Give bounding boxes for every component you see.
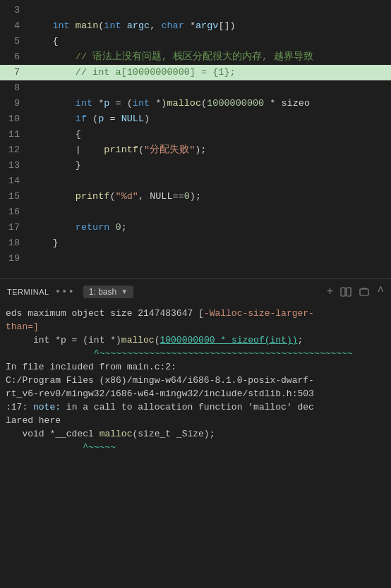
table-row: 4 int main(int argc, char *argv[]) <box>0 18 391 34</box>
terminal-tab-label: 1: bash <box>89 287 116 297</box>
terminal-actions: + ^ <box>327 286 384 298</box>
svg-rect-1 <box>347 288 351 296</box>
svg-rect-2 <box>360 289 368 295</box>
table-row: 19 <box>0 251 391 267</box>
table-row: 13 } <box>0 158 391 173</box>
terminal-dropdown[interactable]: 1: bash ▼ <box>83 286 133 298</box>
terminal-label: TERMINAL <box>7 288 49 296</box>
code-editor: 3 4 int main(int argc, char *argv[]) 5 {… <box>0 0 391 278</box>
table-row: 17 return 0; <box>0 220 391 235</box>
list-item: C:/Program Files (x86)/mingw-w64/i686-8.… <box>6 374 385 387</box>
terminal-output: eds maximum object size 2147483647 [-Wal… <box>0 304 391 588</box>
table-row: 10 if (p = NULL) <box>0 111 391 127</box>
add-terminal-button[interactable]: + <box>327 286 334 298</box>
list-item: :17: note: in a call to allocation funct… <box>6 400 385 414</box>
svg-rect-0 <box>341 288 345 296</box>
table-row: 18 } <box>0 235 391 251</box>
list-item: In file included from main.c:2: <box>6 360 385 374</box>
table-row: 6 // 语法上没有问题, 栈区分配很大的内存, 越界导致 <box>0 49 391 65</box>
table-row: 8 <box>0 80 391 96</box>
maximize-terminal-button[interactable]: ^ <box>377 286 384 298</box>
terminal-menu-button[interactable]: ••• <box>55 286 75 298</box>
table-row: 7 // int a[10000000000] = {1}; <box>0 65 391 80</box>
terminal-header: TERMINAL ••• 1: bash ▼ + ^ <box>0 278 391 304</box>
list-item: ^~~~~~~~~~~~~~~~~~~~~~~~~~~~~~~~~~~~~~~~… <box>6 347 385 360</box>
table-row: 11 { <box>0 127 391 142</box>
table-row: 15 printf("%d", NULL==0); <box>0 189 391 204</box>
list-item: rt_v6-rev0/mingw32/i686-w64-mingw32/incl… <box>6 387 385 400</box>
list-item: ^~~~~~ <box>6 441 385 454</box>
table-row: 16 <box>0 204 391 220</box>
chevron-down-icon: ▼ <box>121 288 128 295</box>
list-item: void *__cdecl malloc(size_t _Size); <box>6 427 385 441</box>
table-row: 9 int *p = (int *)malloc(1000000000 * si… <box>0 96 391 111</box>
list-item: int *p = (int *)malloc(1000000000 * size… <box>6 333 385 347</box>
table-row: 3 <box>0 3 391 18</box>
split-terminal-button[interactable] <box>340 286 351 298</box>
list-item: lared here <box>6 414 385 427</box>
list-item: eds maximum object size 2147483647 [-Wal… <box>6 307 385 320</box>
table-row: 14 <box>0 173 391 189</box>
table-row: 12 | printf("分配失败"); <box>0 142 391 158</box>
list-item: than=] <box>6 320 385 333</box>
kill-terminal-button[interactable] <box>359 286 370 298</box>
table-row: 5 { <box>0 34 391 49</box>
